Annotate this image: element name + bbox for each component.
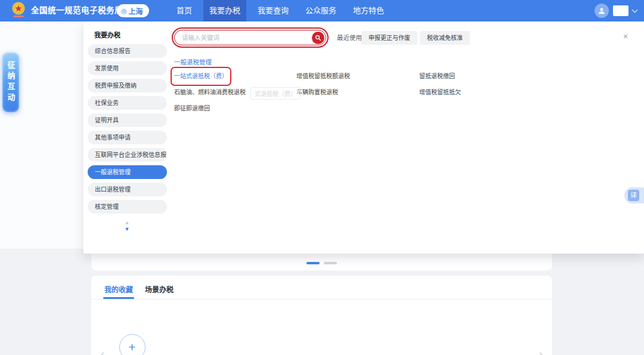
nav-item-local-features[interactable]: 地方特色 <box>349 0 388 21</box>
service-links-grid: 一站式退抵税（费） 增值税留抵税额退税 留抵退税缴回 石脑油、燃料油消费税退税 … <box>174 70 627 119</box>
mega-menu-panel: 我要办税 综合信息报告 发票使用 税费申报及缴纳 社保业务 证明开具 其他事项申… <box>83 21 644 254</box>
recent-item-declaration-correction[interactable]: 申报更正与作废 <box>361 31 417 45</box>
category-pager: ▲ ▼ <box>83 220 171 233</box>
translate-icon: 译 <box>628 190 639 201</box>
category-invoice-use[interactable]: 发票使用 <box>88 61 167 75</box>
nav-item-home[interactable]: 首页 <box>173 0 196 21</box>
header-user-area <box>595 0 637 21</box>
close-icon[interactable]: × <box>623 32 628 41</box>
keyword-search-box <box>174 30 326 45</box>
category-column-title: 我要办税 <box>94 30 120 39</box>
top-header: 全国统一规范电子税务局 ◎ 上海 首页 我要办税 我要查询 公众服务 地方特色 <box>0 0 644 21</box>
tab-my-favorites[interactable]: 我的收藏 <box>104 284 133 299</box>
favorites-tabbar: 我的收藏 场景办税 <box>91 276 552 300</box>
scroll-up-arrow-icon[interactable]: ▲ <box>83 220 171 226</box>
highlighted-link-label[interactable]: 一站式退抵税（费） <box>174 70 228 82</box>
location-pin-icon: ◎ <box>121 8 127 14</box>
link-vehicle-purchase-refund[interactable]: 车辆购置税退税 <box>296 87 419 103</box>
logo-caption-bar <box>13 16 24 17</box>
category-assessment-mgmt[interactable]: 核定管理 <box>88 200 167 214</box>
section-title-general-refund[interactable]: 一般退税管理 <box>174 57 212 66</box>
search-input[interactable] <box>175 34 312 41</box>
search-icon <box>315 35 321 41</box>
add-favorite-button[interactable]: + 添加收藏 <box>115 334 149 355</box>
carousel-dot-active[interactable] <box>306 262 320 264</box>
link-vat-credit-refund[interactable]: 增值税留抵税额退税 <box>296 70 419 87</box>
nav-item-inquiry[interactable]: 我要查询 <box>254 0 292 21</box>
user-avatar[interactable] <box>595 4 609 18</box>
chevron-down-icon[interactable] <box>632 7 638 13</box>
tab-scenario-tax[interactable]: 场景办税 <box>145 284 174 299</box>
interaction-float-button[interactable]: 征纳互动 <box>2 53 19 112</box>
chevron-left-icon[interactable]: ‹ <box>101 348 104 355</box>
category-tax-declaration[interactable]: 税费申报及缴纳 <box>88 79 167 92</box>
recently-used-label: 最近使用: <box>337 30 364 46</box>
person-icon <box>597 7 606 15</box>
chevron-right-icon[interactable]: › <box>539 348 543 355</box>
category-export-refund[interactable]: 出口退税管理 <box>88 183 167 196</box>
national-emblem-logo <box>11 2 26 21</box>
username-redacted-box[interactable] <box>613 5 628 16</box>
translate-float-button[interactable]: 译 <box>624 187 644 203</box>
carousel-dot-inactive[interactable] <box>324 262 337 264</box>
recent-item-tax-reduction[interactable]: 税收减免核准 <box>420 31 470 45</box>
link-one-stop-refund[interactable]: 一站式退抵税（费） <box>174 70 296 87</box>
category-comprehensive-info[interactable]: 综合信息报告 <box>88 44 167 58</box>
category-other-matters[interactable]: 其他事项申请 <box>88 131 167 144</box>
link-vat-credit-offset[interactable]: 增值税留抵抵欠 <box>419 87 627 103</box>
nav-item-tax-handling[interactable]: 我要办税 <box>203 0 246 21</box>
category-column: 我要办税 综合信息报告 发票使用 税费申报及缴纳 社保业务 证明开具 其他事项申… <box>83 21 171 254</box>
favorites-card: 我的收藏 场景办税 ‹ + 添加收藏 › <box>91 276 552 355</box>
location-selector[interactable]: ◎ 上海 <box>117 4 149 17</box>
category-general-refund[interactable]: 一般退税管理 <box>88 165 167 179</box>
category-certificate-issue[interactable]: 证明开具 <box>88 113 167 127</box>
category-social-security[interactable]: 社保业务 <box>88 96 167 110</box>
site-title: 全国统一规范电子税务局 <box>31 0 123 21</box>
location-label: 上海 <box>129 6 143 16</box>
scroll-down-arrow-icon[interactable]: ▼ <box>83 226 171 233</box>
link-immediate-refund-return[interactable]: 即征即退缴回 <box>174 103 296 119</box>
link-naphtha-fuel-oil-refund[interactable]: 石脑油、燃料油消费税退税 <box>174 87 296 103</box>
main-nav: 首页 我要办税 我要查询 公众服务 地方特色 <box>168 0 392 21</box>
link-credit-refund-return[interactable]: 留抵退税缴回 <box>419 70 627 87</box>
favorites-carousel: ‹ + 添加收藏 › <box>91 300 552 355</box>
nav-item-public-service[interactable]: 公众服务 <box>302 0 340 21</box>
category-internet-platform[interactable]: 互联网平台企业涉税信息报送 <box>88 148 167 162</box>
plus-icon: + <box>119 334 145 355</box>
search-button[interactable] <box>312 32 324 44</box>
